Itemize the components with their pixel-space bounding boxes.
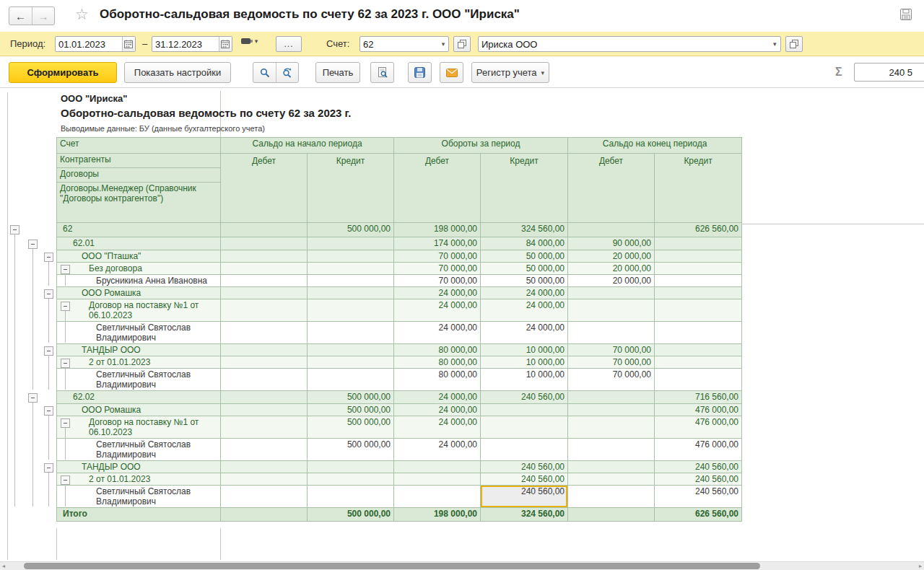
save-report-icon[interactable]	[899, 8, 912, 21]
collapse-group-button[interactable]	[61, 418, 70, 428]
value-cell[interactable]: 240 560,00	[481, 391, 568, 404]
row-label-cell[interactable]: ООО "Пташка"	[57, 250, 221, 263]
value-cell[interactable]	[655, 356, 742, 369]
value-cell[interactable]	[221, 287, 308, 299]
value-cell[interactable]	[221, 223, 308, 237]
row-label-cell[interactable]: 2 от 01.01.2023	[57, 473, 221, 486]
value-cell[interactable]	[308, 344, 394, 356]
value-cell[interactable]	[221, 250, 308, 263]
header-turnover[interactable]: Обороты за период	[394, 138, 568, 154]
collapse-group-button[interactable]	[44, 253, 53, 262]
value-cell[interactable]: 24 000,00	[394, 391, 481, 404]
value-cell[interactable]	[568, 439, 655, 461]
value-cell[interactable]: 70 000,00	[394, 250, 481, 263]
value-cell[interactable]	[568, 461, 655, 473]
value-cell[interactable]: 20 000,00	[568, 275, 655, 287]
value-cell[interactable]: 10 000,00	[481, 344, 568, 356]
value-cell[interactable]: 24 000,00	[481, 287, 568, 299]
value-cell[interactable]	[655, 344, 742, 356]
value-cell[interactable]	[221, 486, 308, 508]
value-cell[interactable]	[568, 287, 655, 299]
value-cell[interactable]	[568, 473, 655, 486]
value-cell[interactable]	[568, 486, 655, 508]
sum-field[interactable]: 240 5	[854, 63, 924, 82]
value-cell[interactable]: 240 560,00	[655, 473, 742, 486]
value-cell[interactable]: 24 000,00	[394, 299, 481, 322]
row-label-cell[interactable]: 62	[57, 223, 221, 237]
row-label-cell[interactable]: Брусникина Анна Ивановна	[57, 275, 221, 287]
value-cell[interactable]: 500 000,00	[308, 223, 394, 237]
value-cell[interactable]	[308, 275, 394, 287]
row-label-cell[interactable]: Светличный Святослав Владимирович	[57, 322, 221, 344]
value-cell[interactable]	[481, 404, 568, 416]
value-cell[interactable]	[308, 299, 394, 322]
row-label-cell[interactable]: ООО Ромашка	[57, 404, 221, 416]
row-label-cell[interactable]: ООО Ромашка	[57, 287, 221, 299]
header-credit[interactable]: Кредит	[308, 154, 394, 223]
collapse-group-button[interactable]	[44, 463, 53, 473]
search-next-button[interactable]	[276, 63, 298, 82]
header-contract-manager[interactable]: Договоры.Менеджер (Справочник "Договоры …	[57, 183, 221, 223]
value-cell[interactable]	[568, 391, 655, 404]
value-cell[interactable]: 84 000,00	[481, 237, 568, 250]
value-cell[interactable]: 500 000,00	[308, 439, 394, 461]
period-to-input[interactable]	[152, 38, 219, 51]
value-cell[interactable]: 476 000,00	[655, 439, 742, 461]
header-credit[interactable]: Кредит	[655, 154, 742, 223]
chevron-down-icon[interactable]: ▾	[770, 40, 780, 48]
value-cell[interactable]	[568, 322, 655, 344]
value-cell[interactable]: 70 000,00	[568, 356, 655, 369]
value-cell[interactable]	[655, 287, 742, 299]
value-cell[interactable]: 70 000,00	[568, 344, 655, 356]
value-cell[interactable]	[221, 439, 308, 461]
value-cell[interactable]: 500 000,00	[308, 508, 394, 522]
period-from-input[interactable]	[56, 38, 122, 51]
value-cell[interactable]: 198 000,00	[394, 223, 481, 237]
value-cell[interactable]: 500 000,00	[308, 404, 394, 416]
value-cell[interactable]	[568, 508, 655, 522]
value-cell[interactable]: 626 560,00	[655, 223, 742, 237]
collapse-group-button[interactable]	[61, 302, 70, 311]
value-cell[interactable]: 626 560,00	[655, 508, 742, 522]
value-cell[interactable]: 70 000,00	[394, 263, 481, 275]
value-cell[interactable]	[568, 299, 655, 322]
row-label-cell[interactable]: Без договора	[57, 263, 221, 275]
row-label-cell[interactable]: 2 от 01.01.2023	[57, 356, 221, 369]
more-options-button[interactable]: ...	[276, 36, 302, 52]
header-closing-balance[interactable]: Сальдо на конец периода	[568, 138, 742, 154]
value-cell[interactable]	[308, 250, 394, 263]
value-cell[interactable]: 324 560,00	[481, 508, 568, 522]
value-cell[interactable]	[221, 391, 308, 404]
value-cell[interactable]	[655, 322, 742, 344]
value-cell[interactable]	[308, 461, 394, 473]
value-cell[interactable]	[221, 299, 308, 322]
collapse-group-button[interactable]	[44, 406, 53, 416]
period-from-field[interactable]	[55, 36, 136, 52]
period-presets-button[interactable]: ▾	[241, 38, 260, 45]
register-button[interactable]: Регистр учета▾	[471, 62, 549, 83]
period-to-field[interactable]	[152, 36, 232, 52]
value-cell[interactable]: 20 000,00	[568, 250, 655, 263]
header-credit[interactable]: Кредит	[481, 154, 568, 223]
header-account[interactable]: Счет	[57, 138, 221, 154]
value-cell[interactable]	[221, 473, 308, 486]
value-cell[interactable]	[221, 275, 308, 287]
value-cell[interactable]	[308, 263, 394, 275]
header-contracts[interactable]: Договоры	[57, 168, 221, 183]
organization-field[interactable]: ▾	[478, 36, 781, 52]
value-cell[interactable]	[221, 237, 308, 250]
value-cell[interactable]: 716 560,00	[655, 391, 742, 404]
value-cell[interactable]	[308, 322, 394, 344]
value-cell[interactable]: 70 000,00	[394, 275, 481, 287]
chevron-down-icon[interactable]: ▾	[438, 40, 448, 48]
collapse-group-button[interactable]	[61, 359, 70, 368]
value-cell[interactable]	[394, 473, 481, 486]
value-cell[interactable]	[655, 299, 742, 322]
value-cell[interactable]: 24 000,00	[394, 322, 481, 344]
value-cell[interactable]: 240 560,00	[481, 473, 568, 486]
row-label-cell[interactable]: Светличный Святослав Владимирович	[57, 439, 221, 461]
row-label-cell[interactable]: Договор на поставку №1 от 06.10.2023	[57, 416, 221, 439]
value-cell[interactable]: 24 000,00	[394, 287, 481, 299]
value-cell[interactable]	[221, 356, 308, 369]
header-contractors[interactable]: Контрагенты	[57, 154, 221, 168]
